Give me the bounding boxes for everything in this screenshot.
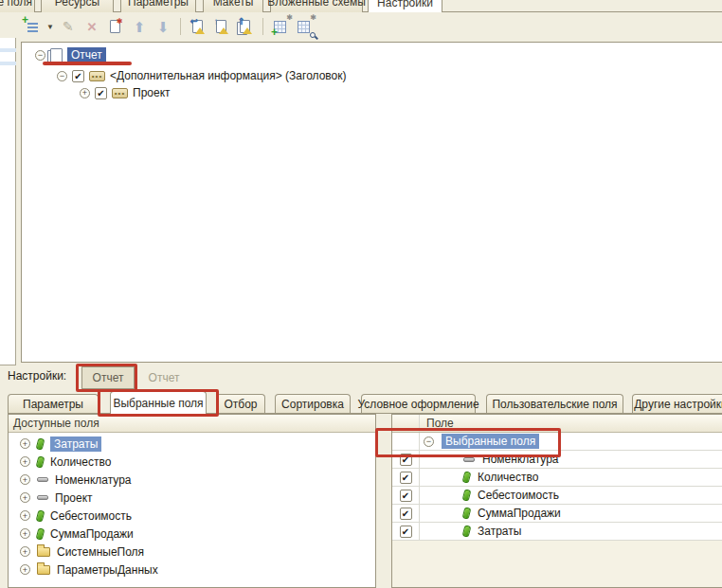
field-row-sebestoimost[interactable]: Себестоимость <box>9 507 375 525</box>
selected-fields-root-row[interactable]: Выбранные поля <box>392 433 722 451</box>
expand-icon[interactable] <box>20 564 30 575</box>
field-label[interactable]: ПараметрыДанных <box>57 563 158 577</box>
field-row-kolichestvo[interactable]: Количество <box>9 453 375 471</box>
expand-icon[interactable] <box>20 456 30 467</box>
field-checkbox[interactable] <box>400 472 412 484</box>
tab-resources[interactable]: Ресурсы <box>41 0 114 12</box>
field-checkbox[interactable] <box>400 454 412 466</box>
tab-filter[interactable]: Отбор <box>216 394 265 413</box>
tab-parameters-settings[interactable]: Параметры <box>8 394 99 413</box>
selected-field-row-nomenklatura[interactable]: Номенклатура <box>392 451 722 469</box>
tab-layouts[interactable]: Макеты <box>203 0 263 12</box>
field-label[interactable]: СуммаПродажи <box>478 507 561 520</box>
checkbox-cell <box>392 451 420 468</box>
field-label[interactable]: СуммаПродажи <box>50 527 134 541</box>
new-nested-scheme-button[interactable]: + ✱ <box>271 17 290 36</box>
tab-label: Ресурсы <box>55 0 99 9</box>
field-label[interactable]: Номенклатура <box>55 473 132 487</box>
field-row-parametrydannyh[interactable]: ПараметрыДанных <box>9 561 375 579</box>
selected-field-row-sebestoimost[interactable]: Себестоимость <box>392 487 722 505</box>
dimension-icon <box>37 495 48 500</box>
tab-conditional-appearance[interactable]: Условное оформление <box>361 394 476 413</box>
tab-other-settings[interactable]: Другие настройки <box>632 394 722 413</box>
move-into-structure-button[interactable]: ↑ <box>212 17 231 36</box>
selected-fields-root-label[interactable]: Выбранные поля <box>442 434 539 449</box>
expand-icon[interactable] <box>80 88 90 98</box>
field-label[interactable]: Номенклатура <box>482 453 559 466</box>
measure-icon <box>36 527 45 540</box>
tab-selected-fields[interactable]: Выбранные поля <box>110 391 207 415</box>
autofill-settings-button[interactable]: ✱ <box>106 17 125 36</box>
expand-icon[interactable] <box>20 528 30 539</box>
toolbar-separator <box>180 18 181 35</box>
edit-button[interactable]: ✎ <box>59 17 78 36</box>
field-checkbox[interactable] <box>400 508 412 520</box>
dropdown-caret-icon[interactable]: ▼ <box>46 23 54 31</box>
tab-label: Пользовательские поля <box>492 398 617 411</box>
field-checkbox[interactable] <box>400 526 412 538</box>
field-label[interactable]: Количество <box>478 471 538 484</box>
settings-label: Настройки: <box>8 369 66 383</box>
tab-parameters[interactable]: Параметры <box>120 0 196 12</box>
folder-icon <box>37 565 50 575</box>
tab-nested-schemes[interactable]: Вложенные схемы <box>270 0 363 12</box>
yellow-triangle-icon <box>243 27 252 34</box>
tree-node-label[interactable]: Проект <box>133 86 171 99</box>
magic-wand-icon: ✱ <box>117 17 123 26</box>
open-structure-button[interactable]: ↩ <box>189 17 208 36</box>
expand-icon[interactable] <box>20 474 30 485</box>
delete-button[interactable]: ✕ <box>82 17 101 36</box>
tree-row-additional-info[interactable]: ••• <Дополнительная информация> (Заголов… <box>57 67 347 84</box>
selected-field-row-summaprodazhi[interactable]: СуммаПродажи <box>392 505 722 523</box>
collapse-icon[interactable] <box>35 50 45 61</box>
field-label[interactable]: Проект <box>55 491 93 505</box>
gear-icon: ✱ <box>286 13 293 22</box>
open-nested-scheme-button[interactable]: ✱ <box>295 17 314 36</box>
measure-icon <box>36 437 45 450</box>
add-list-icon <box>27 22 38 32</box>
field-row-sistemnyepolya[interactable]: СистемныеПоля <box>9 543 375 561</box>
field-row-nomenklatura[interactable]: Номенклатура <box>9 471 375 489</box>
expand-icon[interactable] <box>20 510 30 521</box>
move-up-button[interactable]: ⬆ <box>130 17 149 36</box>
field-label[interactable]: СистемныеПоля <box>57 545 144 559</box>
tree-node-label[interactable]: <Дополнительная информация> (Заголовок) <box>110 69 347 82</box>
field-row-proekt[interactable]: Проект <box>9 489 375 507</box>
field-label[interactable]: Количество <box>50 455 111 469</box>
grouping-icon: ••• <box>89 71 105 81</box>
field-row-zatraty[interactable]: Затраты <box>9 435 375 453</box>
field-label[interactable]: Себестоимость <box>478 489 559 502</box>
tree-row-project[interactable]: ••• Проект <box>80 84 171 101</box>
tab-label: Параметры <box>128 0 189 9</box>
settings-view-button-inactive[interactable]: Отчет <box>140 366 188 389</box>
save-structure-button[interactable]: ⇑ <box>236 17 255 36</box>
selected-field-row-kolichestvo[interactable]: Количество <box>392 469 722 487</box>
checkbox-cell <box>392 487 420 504</box>
expand-icon[interactable] <box>20 546 30 557</box>
move-down-button[interactable]: ⬇ <box>153 17 172 36</box>
tree-node-label[interactable]: Отчет <box>67 47 106 62</box>
field-row-summaprodazhi[interactable]: СуммаПродажи <box>9 525 375 543</box>
arrow-down-icon: ⬇ <box>157 20 170 34</box>
grouping-icon: ••• <box>112 88 128 98</box>
settings-toolbar: + ▼ ✎ ✕ ✱ ⬆ ⬇ ↩ ↑ ⇑ + ✱ ✱ <box>23 14 314 39</box>
node-checkbox[interactable] <box>95 87 107 99</box>
field-label[interactable]: Затраты <box>50 437 101 452</box>
blue-arrow-icon: ⇑ <box>237 16 244 27</box>
selected-field-row-zatraty[interactable]: Затраты <box>392 523 722 541</box>
expand-icon[interactable] <box>20 492 30 503</box>
expand-icon[interactable] <box>20 438 30 449</box>
collapse-icon[interactable] <box>57 71 67 81</box>
tab-settings-active[interactable]: Настройки <box>368 0 442 12</box>
settings-view-button-active[interactable]: Отчет <box>81 366 135 389</box>
tab-sorting[interactable]: Сортировка <box>275 394 351 413</box>
tab-user-fields[interactable]: Пользовательские поля <box>486 394 623 413</box>
field-label[interactable]: Затраты <box>478 525 521 538</box>
collapse-icon[interactable] <box>424 437 434 447</box>
background-panel-edge <box>0 38 16 365</box>
field-checkbox[interactable] <box>400 490 412 502</box>
node-checkbox[interactable] <box>72 70 84 82</box>
field-label[interactable]: Себестоимость <box>50 509 132 523</box>
add-button[interactable]: + <box>23 17 42 36</box>
tab-calculated-fields[interactable]: Вычисляемые поля <box>0 0 35 12</box>
